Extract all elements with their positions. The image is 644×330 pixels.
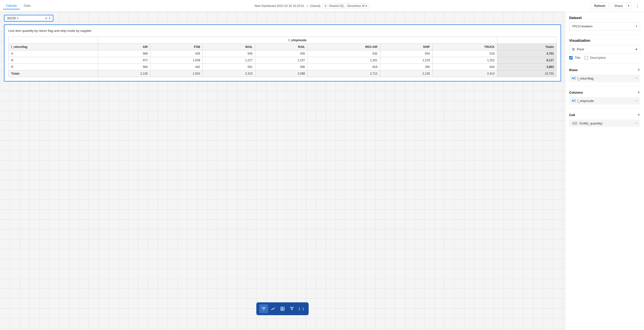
toolbar-funnel-button[interactable] xyxy=(288,304,296,313)
check-icon: ✓ xyxy=(306,4,309,8)
cell-2-0: 566 xyxy=(98,64,150,70)
col-header-returnflag: l_returnflag xyxy=(9,44,98,50)
cell-add-button[interactable]: + xyxy=(637,113,640,117)
cell-2-6: 644 xyxy=(432,64,497,70)
share-button[interactable]: Share ▾ xyxy=(611,2,632,9)
cell-tag: 1.2 SUM(l_quantity) − xyxy=(569,120,640,127)
dashboard-title: New Dashboard 2023-10-16 16:20:01 xyxy=(254,4,304,8)
dataset-section: Dataset TPCH lineitem ▾ xyxy=(569,16,640,30)
viz-chevron-icon: ▾ xyxy=(636,48,637,51)
title-checkbox-label: Title xyxy=(574,56,580,60)
toolbar-table-button[interactable] xyxy=(278,304,287,313)
connection-type: Serverless xyxy=(347,4,361,8)
tab-bar: Canvas Data xyxy=(3,2,34,10)
chart-title: Line item quantity by return flag and sh… xyxy=(8,29,556,32)
cell-1-2: 1,217 xyxy=(203,57,255,64)
filter-clear-icon[interactable]: ⊗ xyxy=(45,16,48,20)
more-button[interactable]: ⋮ xyxy=(634,2,641,10)
cell-2-3: 506 xyxy=(255,64,308,70)
cell-0-2: 545 xyxy=(203,50,255,57)
cell-3-0: 2,126 xyxy=(98,70,150,77)
columns-add-button[interactable]: + xyxy=(637,90,640,94)
topbar-center: New Dashboard 2023-10-16 16:20:01 ✓ (Sav… xyxy=(38,3,586,9)
tab-data[interactable]: Data xyxy=(21,2,33,10)
table-row: A5884295454356325545183,701 xyxy=(9,50,556,57)
shipmode-header: l_shipmode xyxy=(98,37,497,44)
viz-select[interactable]: ⊞ Pivot ▾ xyxy=(569,45,640,53)
cell-1-3: 1,157 xyxy=(255,57,308,64)
chevron-down-icon: ▾ xyxy=(366,4,367,8)
share-chevron-icon[interactable]: ▾ xyxy=(626,3,632,9)
cell-0-5: 554 xyxy=(380,50,432,57)
cell-section: Cell + 1.2 SUM(l_quantity) − xyxy=(569,113,640,127)
panel-divider-2 xyxy=(569,64,640,64)
table-row: R5664425515068193556443,883 xyxy=(9,64,556,70)
visualization-title: Visualization xyxy=(569,38,640,42)
main-layout: 30235 × ⊗ ▾ Line item quantity by return… xyxy=(0,12,644,330)
column-header-row: l_returnflag AIR FOB MAIL RAIL REG AIR S… xyxy=(9,44,556,50)
table-row: Totals2,1261,9102,3132,0982,7122,1282,41… xyxy=(9,70,556,77)
rows-add-button[interactable]: + xyxy=(637,68,640,72)
rows-field-tag: AC l_returnflag − xyxy=(569,74,640,82)
columns-field-tag: AC l_shipmode − xyxy=(569,97,640,104)
col-header-fob: FOB xyxy=(150,44,203,50)
panel-divider-4 xyxy=(569,108,640,109)
col-header-truck: TRUCK xyxy=(432,44,497,50)
toolbar-chart-button[interactable] xyxy=(269,304,278,313)
toolbar-code-button[interactable]: { } xyxy=(297,304,306,313)
viz-select-left: ⊞ Pivot xyxy=(572,47,584,51)
cell-2-5: 355 xyxy=(380,64,432,70)
columns-section: Columns + AC l_shipmode − xyxy=(569,90,640,104)
row-label-1: N xyxy=(9,57,98,64)
rows-field-icon: AC xyxy=(572,76,576,80)
cell-3-7: 15,701 xyxy=(497,70,556,77)
cell-3-5: 2,128 xyxy=(380,70,432,77)
filter-arrow-icon[interactable]: ▾ xyxy=(49,16,50,20)
cell-tag-left: 1.2 SUM(l_quantity) xyxy=(572,122,602,125)
toolbar-filter-button[interactable] xyxy=(259,304,268,313)
panel-divider-3 xyxy=(569,86,640,86)
columns-field-name: l_shipmode xyxy=(577,99,594,103)
col-header-mail: MAIL xyxy=(203,44,255,50)
shipmode-header-row: l_shipmode xyxy=(9,37,556,44)
cell-3-1: 1,910 xyxy=(150,70,203,77)
tab-canvas[interactable]: Canvas xyxy=(3,2,20,10)
cell-2-7: 3,883 xyxy=(497,64,556,70)
cell-section-title: Cell xyxy=(569,113,575,117)
dataset-select[interactable]: TPCH lineitem ▾ xyxy=(569,22,640,30)
description-checkbox[interactable] xyxy=(584,56,588,60)
chart-container: Line item quantity by return flag and sh… xyxy=(4,24,561,82)
columns-field-remove-button[interactable]: − xyxy=(635,98,638,103)
connection-size: M xyxy=(362,4,364,8)
connection-badge[interactable]: 0 - Shared SQ... Serverless M ▾ xyxy=(322,3,369,9)
rows-section-header: Rows + xyxy=(569,68,640,72)
cell-0-0: 588 xyxy=(98,50,150,57)
rows-field-remove-button[interactable]: − xyxy=(635,76,638,80)
filter-tag[interactable]: 30235 × ⊗ ▾ xyxy=(4,15,53,22)
refresh-button[interactable]: Refresh xyxy=(590,2,609,9)
cell-badge: 1.2 xyxy=(572,122,578,125)
title-checkbox[interactable] xyxy=(569,56,573,60)
cell-1-6: 1,252 xyxy=(432,57,497,64)
columns-section-header: Columns + xyxy=(569,90,640,94)
cell-field-remove-button[interactable]: − xyxy=(635,121,638,126)
filter-tag-text: 30235 × xyxy=(7,16,44,20)
cell-1-0: 972 xyxy=(98,57,150,64)
col-header-totals: Totals xyxy=(497,44,556,50)
columns-field-icon: AC xyxy=(572,99,576,102)
cell-tag-name: SUM(l_quantity) xyxy=(579,122,602,125)
cell-1-5: 1,219 xyxy=(380,57,432,64)
saved-badge: ✓ (Saved) xyxy=(306,4,320,8)
right-panel: Dataset TPCH lineitem ▾ Visualization ⊞ … xyxy=(565,12,644,330)
cell-2-2: 551 xyxy=(203,64,255,70)
col-header-air: AIR xyxy=(98,44,150,50)
cell-0-3: 435 xyxy=(255,50,308,57)
rows-field-name: l_returnflag xyxy=(577,76,594,80)
canvas-area[interactable]: 30235 × ⊗ ▾ Line item quantity by return… xyxy=(0,12,565,330)
columns-field-left: AC l_shipmode xyxy=(572,99,594,103)
cell-3-6: 2,414 xyxy=(432,70,497,77)
cell-3-4: 2,712 xyxy=(308,70,380,77)
dataset-chevron-icon: ▾ xyxy=(636,25,637,28)
row-label-2: R xyxy=(9,64,98,70)
filter-bar: 30235 × ⊗ ▾ xyxy=(0,12,565,22)
